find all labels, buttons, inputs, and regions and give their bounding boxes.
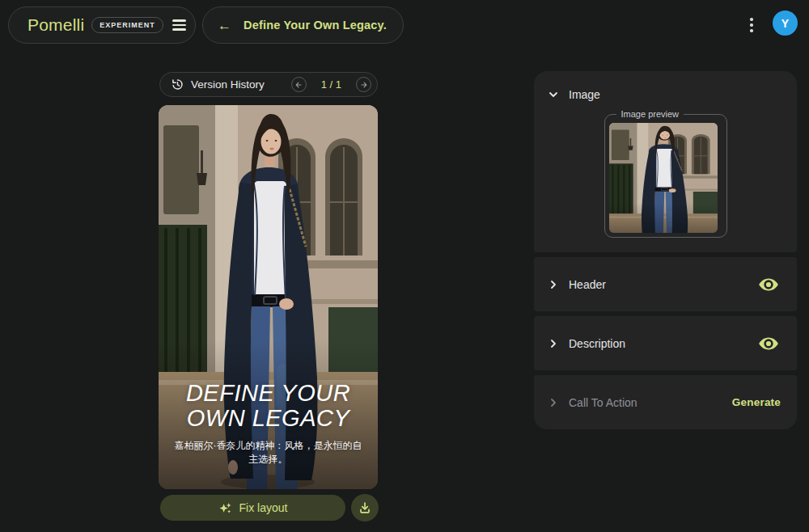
more-options-button[interactable] <box>742 9 761 41</box>
image-preview-label: Image preview <box>616 109 684 119</box>
description-section-label: Description <box>569 337 625 350</box>
chevron-right-icon <box>549 280 558 289</box>
back-button[interactable]: ← <box>216 17 233 34</box>
panel-section-description[interactable]: Description <box>534 316 797 370</box>
panel-section-image: Image Image preview <box>534 71 797 252</box>
version-history-label: Version History <box>191 78 265 91</box>
campaign-photo <box>159 105 378 489</box>
image-section-toggle[interactable]: Image <box>534 71 797 108</box>
generated-campaign-image[interactable]: DEFINE YOUR OWN LEGACY 嘉柏丽尔·香奈儿的精神：风格，是永… <box>159 105 378 489</box>
menu-button[interactable] <box>171 16 188 33</box>
project-title-group: ← Define Your Own Legacy. <box>202 6 404 44</box>
page-title: Define Your Own Legacy. <box>244 19 387 32</box>
version-history-bar: Version History 1 / 1 <box>159 72 378 97</box>
description-visibility-button[interactable] <box>756 335 781 353</box>
download-button[interactable] <box>351 494 379 521</box>
next-version-button[interactable] <box>356 77 371 92</box>
header-section-label: Header <box>569 278 606 291</box>
download-icon <box>358 500 372 515</box>
eye-icon <box>758 336 779 351</box>
arrow-right-icon <box>359 80 369 90</box>
layers-panel: Image Image preview Header Description <box>534 71 797 429</box>
back-arrow-icon: ← <box>218 18 231 33</box>
app-name: Pomelli <box>28 15 84 35</box>
history-icon <box>171 78 184 91</box>
header-visibility-button[interactable] <box>756 276 781 293</box>
panel-section-header[interactable]: Header <box>534 257 797 311</box>
pomelli-logo-icon <box>19 15 22 36</box>
menu-icon <box>172 19 186 21</box>
avatar[interactable]: Y <box>773 11 798 36</box>
image-preview-frame: Image preview <box>604 109 727 238</box>
generate-button[interactable]: Generate <box>732 396 781 408</box>
panel-section-call-to-action: Call To Action Generate <box>534 375 797 429</box>
eye-icon <box>758 277 779 292</box>
fix-layout-button[interactable]: Fix layout <box>160 495 345 521</box>
chevron-down-icon <box>549 90 558 99</box>
chevron-right-icon <box>549 398 558 407</box>
version-indicator: 1 / 1 <box>321 78 341 91</box>
chevron-right-icon <box>549 339 558 348</box>
thumbnail-photo <box>609 123 718 233</box>
kebab-icon <box>750 18 753 21</box>
image-preview-thumbnail[interactable] <box>609 123 718 233</box>
experiment-badge: EXPERIMENT <box>91 17 163 33</box>
previous-version-button[interactable] <box>291 77 307 92</box>
cta-section-label: Call To Action <box>569 396 637 409</box>
fix-layout-label: Fix layout <box>239 501 288 514</box>
arrow-left-icon <box>294 80 303 90</box>
sparkle-icon <box>218 501 232 515</box>
app-logo-group: Pomelli EXPERIMENT <box>8 6 196 44</box>
image-section-label: Image <box>569 88 600 101</box>
